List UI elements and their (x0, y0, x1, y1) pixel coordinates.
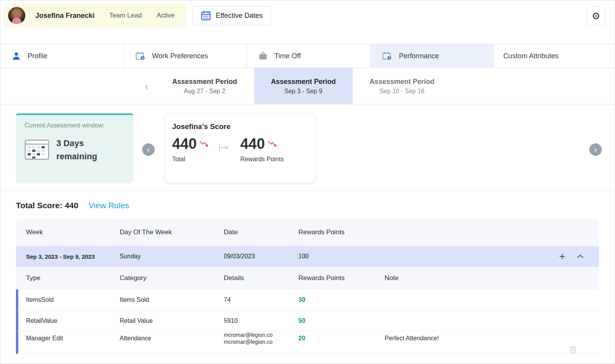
tab-profile[interactable]: Profile (0, 44, 124, 68)
row-points: 50 (298, 317, 385, 324)
tab-label: Performance (399, 52, 439, 60)
collapse-row-button[interactable] (577, 254, 584, 258)
score-carousel-next-button[interactable]: › (589, 143, 602, 156)
score-band: Current Assessment window: 3 Days remain… (0, 104, 615, 191)
assessment-period-aug27[interactable]: Assessment Period Aug 27 - Sep 2 (155, 68, 254, 104)
employee-card: Josefina Franecki Team Lead Active (3, 3, 186, 28)
gear-icon: ⚙ (592, 11, 600, 21)
col-header-date: Date (224, 228, 298, 236)
table-row: RetailValue Retail Value 5910 50 (16, 310, 599, 331)
calendar-clock-icon (136, 52, 145, 61)
chevron-right-icon: › (594, 146, 597, 153)
rewards-score-value: 440 (240, 136, 265, 151)
calendar-grid-icon (24, 138, 49, 163)
add-entry-button[interactable]: + (559, 251, 565, 262)
row-category: Items Sold (120, 296, 224, 303)
row-points: 20 (298, 335, 385, 342)
week-points: 100 (298, 253, 385, 260)
avatar (7, 6, 26, 25)
settings-button[interactable]: ⚙ (587, 7, 605, 25)
view-rules-link[interactable]: View Rules (89, 201, 129, 210)
total-score-text: Total Score: 440 (16, 201, 78, 210)
week-day: Sunday (120, 253, 224, 260)
maps-to-arrow-icon (218, 143, 229, 154)
page: Josefina Franecki Team Lead Active Effec… (0, 0, 615, 364)
chevron-left-icon: ‹ (145, 80, 148, 92)
col-header-details: Details (224, 274, 298, 282)
tab-bar: Profile Work Preferences Ti (0, 44, 615, 68)
effective-dates-label: Effective Dates (216, 12, 263, 20)
person-icon (12, 52, 21, 60)
plus-icon: + (559, 251, 565, 262)
trend-down-icon (199, 140, 210, 149)
employee-name: Josefina Franecki (35, 12, 94, 20)
total-score-block: 440 Total (172, 136, 210, 163)
assessment-period-sep3[interactable]: Assessment Period Sep 3 - Sep 9 (254, 68, 353, 104)
tab-performance[interactable]: Performance (371, 44, 494, 68)
total-score-label: Total (172, 156, 210, 163)
row-type: Manager Edit (26, 335, 120, 342)
detail-header-row: Type Category Details Rewards Points Not… (16, 267, 599, 289)
tab-label: Profile (28, 52, 47, 60)
table-row: Manager Edit Attendance mcromar@legion.c… (16, 331, 599, 354)
row-type: RetailValue (26, 317, 120, 324)
trash-icon (569, 345, 577, 354)
col-header-note: Note (385, 274, 599, 282)
assessment-window-card: Current Assessment window: 3 Days remain… (16, 113, 133, 183)
period-title: Assessment Period (369, 78, 434, 86)
tab-label: Work Preferences (152, 52, 208, 60)
tab-custom-attributes[interactable]: Custom Attributes (494, 44, 615, 68)
chevron-left-icon: ‹ (147, 146, 150, 153)
score-carousel-prev-button[interactable]: ‹ (142, 143, 155, 156)
period-range: Sep 3 - Sep 9 (284, 88, 322, 95)
week-summary-row[interactable]: Sep 3, 2023 - Sep 9, 2023 Sunday 09/03/2… (16, 246, 599, 267)
row-type: ItemsSold (26, 296, 120, 303)
briefcase-icon (259, 52, 267, 60)
row-note: Perfect Attendance! (385, 335, 599, 342)
score-summary: Total Score: 440 View Rules (16, 201, 599, 210)
total-score-value: 440 (172, 136, 197, 151)
employee-role: Team Lead (109, 12, 142, 19)
delete-entry-button[interactable] (569, 345, 577, 354)
week-date: 09/03/2023 (224, 253, 298, 260)
score-card: Josefina’s Score 440 Total (165, 113, 315, 183)
effective-dates-button[interactable]: Effective Dates (193, 6, 271, 25)
employee-status: Active (157, 12, 174, 19)
assessment-period-bar: ‹ Assessment Period Aug 27 - Sep 2 Asses… (0, 68, 615, 104)
col-header-rewards: Rewards Points (298, 274, 385, 282)
tab-work-preferences[interactable]: Work Preferences (124, 44, 247, 68)
week-range: Sep 3, 2023 - Sep 9, 2023 (26, 253, 120, 260)
assessment-window-label: Current Assessment window: (24, 122, 125, 129)
calendar-icon (201, 10, 211, 21)
period-title: Assessment Period (172, 78, 237, 86)
row-details: 74 (224, 296, 298, 303)
chevron-up-icon (577, 254, 584, 258)
row-details: 5910 (224, 317, 298, 324)
row-category: Attendance (120, 335, 224, 342)
col-header-category: Category (120, 274, 224, 282)
table-header-row: Week Day Of The Week Date Rewards Points (16, 219, 599, 246)
tab-label: Time Off (274, 52, 301, 60)
tab-time-off[interactable]: Time Off (247, 44, 371, 68)
row-points: 30 (298, 296, 385, 303)
period-range: Sep 10 - Sep 16 (380, 88, 425, 95)
periods-prev-button[interactable]: ‹ (143, 80, 150, 93)
col-header-day: Day Of The Week (120, 228, 224, 236)
top-bar: Josefina Franecki Team Lead Active Effec… (0, 0, 615, 44)
rewards-table: Week Day Of The Week Date Rewards Points… (16, 219, 599, 354)
period-title: Assessment Period (271, 78, 336, 86)
col-header-week: Week (26, 228, 120, 236)
assessment-period-sep10[interactable]: Assessment Period Sep 10 - Sep 16 (353, 68, 451, 104)
rewards-score-label: Rewards Points (240, 156, 284, 163)
tab-label: Custom Attributes (503, 52, 558, 60)
row-details: mcromar@legion.co mcromar@legion.co (224, 331, 298, 345)
days-remaining: 3 Days remaining (56, 137, 111, 163)
row-category: Retail Value (120, 317, 224, 324)
rewards-score-block: 440 Rewards Points (240, 136, 284, 163)
score-card-title: Josefina’s Score (172, 122, 308, 131)
calendar-clock-icon (382, 52, 392, 61)
trend-down-icon (268, 140, 278, 149)
period-range: Aug 27 - Sep 2 (184, 88, 225, 95)
table-row: ItemsSold Items Sold 74 30 (16, 289, 599, 310)
col-header-type: Type (26, 274, 120, 282)
